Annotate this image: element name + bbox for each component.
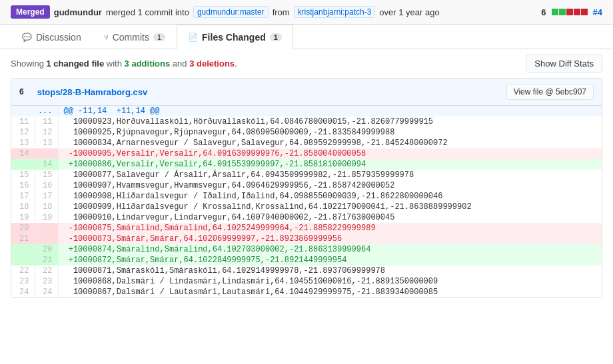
line-num-right: 20 [35,244,58,255]
line-content: 10000907,Hvammsvegur,Hvammsvegur,64.0964… [58,180,602,191]
pr-number[interactable]: #4 [593,7,602,17]
file-name[interactable]: stops/28-B-Hamraborg.csv [37,87,147,97]
table-row: 20 +10000874,Smáralind,Smáralind,64.1027… [11,244,602,255]
commits-count: 1 [153,33,165,41]
line-num-left: 11 [11,116,35,127]
line-num-left: 21 [11,234,35,244]
line-num-right: 21 [35,255,58,266]
line-num-left: 17 [11,191,35,202]
line-num-right: 15 [35,170,58,180]
table-row: 1212 10000925,Rjúpnavegur,Rjúpnavegur,64… [11,127,602,138]
top-bar-right: 6 #4 [541,7,602,17]
stat-count: 6 [541,7,546,17]
stat-red-3 [581,9,588,15]
line-content: 10000868,Dalsmári / Lindasmári,Lindasmár… [58,276,602,287]
stat-green-1 [552,9,558,15]
line-content: 10000923,Hörðuvallaskóli,Hörðuvallaskóli… [58,116,602,127]
files-count: 1 [270,33,282,41]
line-num-left: ... [11,106,58,116]
table-row: 1111 10000923,Hörðuvallaskóli,Hörðuvalla… [11,116,602,127]
line-num-left [11,159,35,170]
table-row: 1313 10000834,Arnarnesvegur / Salavegur,… [11,138,602,148]
tab-discussion[interactable]: 💬 Discussion [11,25,93,49]
stat-red-1 [566,9,573,15]
table-row: 1818 10000909,Hlíðardalsvegur / Krossali… [11,202,602,212]
time-text: over 1 year ago [379,7,439,17]
show-diff-stats-button[interactable]: Show Diff Stats [526,55,602,73]
line-content: 10000910,Lindarvegur,Lindarvegur,64.1007… [58,212,602,223]
line-num-left: 13 [11,138,35,148]
line-num-right: 19 [35,212,58,223]
table-row: 21 -10000873,Smárar,Smárar,64.1020699999… [11,234,602,244]
file-stat-count: 6 [19,87,24,96]
author: gudmundur [54,7,102,17]
additions-count: 3 additions [125,59,171,69]
line-content: -10000875,Smáralind,Smáralind,64.1025249… [58,223,602,234]
deletions-count: 3 deletions [189,59,235,69]
line-num-left: 20 [11,223,35,234]
merged-badge: Merged [11,5,50,19]
target-branch[interactable]: gudmundur:master [193,6,269,18]
line-content: +10000886,Versalir,Versalir,64.091553999… [58,159,602,170]
line-num-left: 19 [11,212,35,223]
tab-commits[interactable]: ⑂ Commits 1 [93,25,177,49]
files-icon: 📄 [188,33,198,42]
line-num-right: 16 [35,180,58,191]
tab-discussion-label: Discussion [36,32,81,43]
action-text: merged 1 commit into [106,7,189,17]
line-content: 10000909,Hlíðardalsvegur / Krossalind,Kr… [58,202,602,212]
line-num-right [35,223,58,234]
line-num-left: 22 [11,266,35,276]
line-num-right [35,234,58,244]
line-content: @@ -11,14 +11,14 @@ [58,106,602,116]
line-num-right: 12 [35,127,58,138]
table-row: 21 +10000872,Smárar,Smárar,64.1022849999… [11,255,602,266]
discussion-icon: 💬 [22,33,32,42]
tab-commits-label: Commits [113,32,149,43]
line-num-left: 15 [11,170,35,180]
line-num-right: 24 [35,287,58,297]
table-row: 20 -10000875,Smáralind,Smáralind,64.1025… [11,223,602,234]
line-content: 10000925,Rjúpnavegur,Rjúpnavegur,64.0869… [58,127,602,138]
tab-files-label: Files Changed [202,32,266,43]
table-row: 2222 10000871,Smáraskóli,Smáraskóli,64.1… [11,266,602,276]
table-row: 1515 10000877,Salavegur / Ársalir,Ársali… [11,170,602,180]
line-num-right: 22 [35,266,58,276]
line-num-left: 12 [11,127,35,138]
line-num-left: 16 [11,180,35,191]
file-info-text: Showing 1 changed file with 3 additions … [11,59,237,69]
table-row: 2323 10000868,Dalsmári / Lindasmári,Lind… [11,276,602,287]
table-row: 14 -10000905,Versalir,Versalir,64.091630… [11,148,602,159]
line-num-left [11,244,35,255]
line-content: +10000874,Smáralind,Smáralind,64.1027030… [58,244,602,255]
changed-count: 1 changed file [47,59,105,69]
line-num-left: 23 [11,276,35,287]
table-row: 1717 10000908,Hlíðardalsvegur / Iðalind,… [11,191,602,202]
diff-file: 6 stops/28-B-Hamraborg.csv View file @ 5… [11,78,602,298]
table-row: 14 +10000886,Versalir,Versalir,64.091553… [11,159,602,170]
line-content: +10000872,Smárar,Smárar,64.1022849999975… [58,255,602,266]
tab-files-changed[interactable]: 📄 Files Changed 1 [177,25,293,49]
line-num-right: 17 [35,191,58,202]
line-num-left: 14 [11,148,35,159]
file-info-bar: Showing 1 changed file with 3 additions … [0,49,613,78]
line-num-right: 14 [35,159,58,170]
line-num-right: 18 [35,202,58,212]
diff-stat-bar [552,9,588,15]
view-file-button[interactable]: View file @ 5ebc907 [506,84,594,100]
source-branch[interactable]: kristjanbjarni:patch-3 [294,6,376,18]
stat-red-2 [574,9,580,15]
diff-table: ...@@ -11,14 +11,14 @@1111 10000923,Hörð… [11,106,602,297]
line-num-right: 13 [35,138,58,148]
tabs: 💬 Discussion ⑂ Commits 1 📄 Files Changed… [0,25,613,49]
line-content: 10000871,Smáraskóli,Smáraskóli,64.102914… [58,266,602,276]
top-bar: Merged gudmundur merged 1 commit into gu… [0,0,613,25]
line-num-right: 11 [35,116,58,127]
line-content: 10000877,Salavegur / Ársalir,Ársalir,64.… [58,170,602,180]
diff-file-header: 6 stops/28-B-Hamraborg.csv View file @ 5… [11,79,602,106]
table-row: 1919 10000910,Lindarvegur,Lindarvegur,64… [11,212,602,223]
line-content: 10000867,Dalsmári / Lautasmári,Lautasmár… [58,287,602,297]
line-content: -10000905,Versalir,Versalir,64.091630999… [58,148,602,159]
table-row: 2424 10000867,Dalsmári / Lautasmári,Laut… [11,287,602,297]
commits-icon: ⑂ [104,33,109,42]
